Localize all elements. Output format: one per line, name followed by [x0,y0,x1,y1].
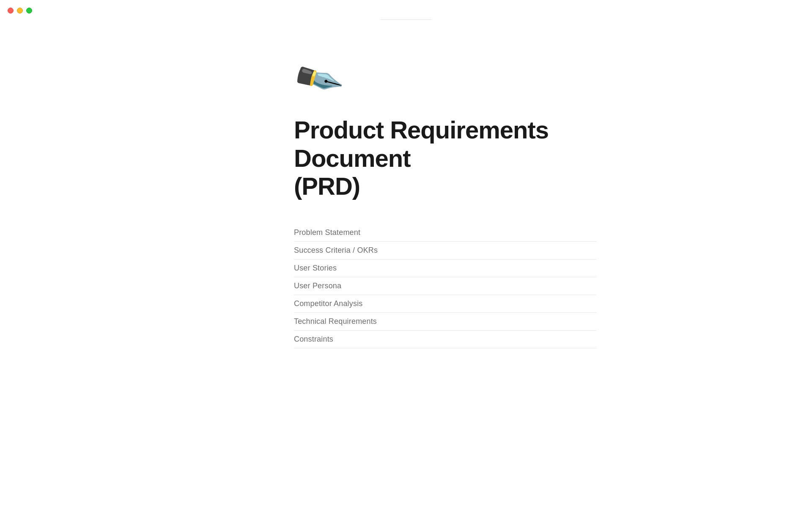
pen-icon: ✒️ [289,51,346,107]
traffic-lights [8,8,32,14]
toc-link-user-persona[interactable]: User Persona [294,277,596,295]
toc-item: Constraints [294,331,596,348]
table-of-contents: Problem Statement Success Criteria / OKR… [294,224,596,348]
toc-item: Success Criteria / OKRs [294,242,596,260]
toc-link-user-stories[interactable]: User Stories [294,260,596,277]
toc-item: Problem Statement [294,224,596,242]
top-divider [381,19,431,20]
maximize-button[interactable] [26,8,32,14]
page-icon-container: ✒️ [296,59,596,99]
main-content: ✒️ Product Requirements Document (PRD) P… [216,0,596,374]
toc-link-competitor-analysis[interactable]: Competitor Analysis [294,295,596,312]
toc-item: User Stories [294,260,596,277]
close-button[interactable] [8,8,14,14]
toc-item: Competitor Analysis [294,295,596,313]
toc-link-constraints[interactable]: Constraints [294,331,596,348]
toc-item: Technical Requirements [294,313,596,331]
toc-item: User Persona [294,277,596,295]
toc-link-technical-requirements[interactable]: Technical Requirements [294,313,596,330]
page-title: Product Requirements Document (PRD) [294,116,596,201]
toc-link-problem-statement[interactable]: Problem Statement [294,224,596,241]
toc-link-success-criteria[interactable]: Success Criteria / OKRs [294,242,596,259]
minimize-button[interactable] [17,8,23,14]
